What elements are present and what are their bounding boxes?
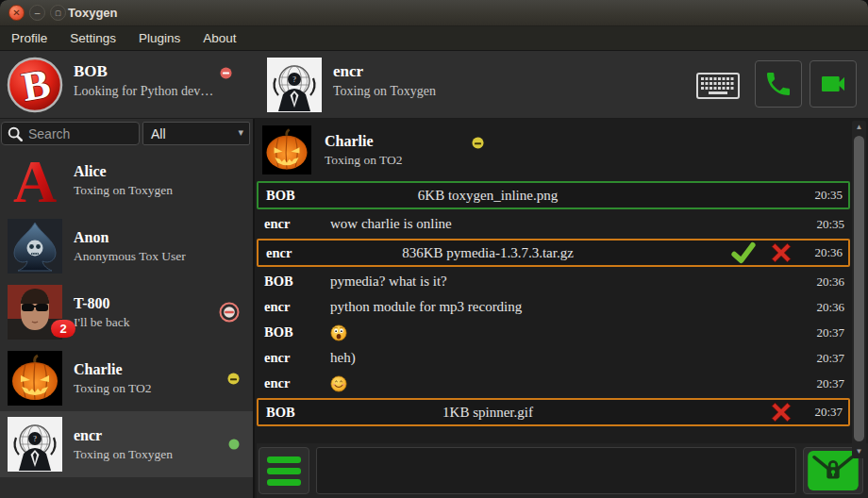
contact-item-encr[interactable]: ?encrToxing on Toxygen: [0, 411, 253, 477]
chevron-down-icon: ▾: [238, 126, 243, 139]
file-transfer-row: BOB1KB spinner.gif20:37: [257, 398, 850, 426]
chat-contact-banner[interactable]: Charlie Toxing on TO2: [257, 123, 850, 177]
keyboard-icon[interactable]: [696, 73, 740, 99]
file-transfer-row: encr836KB pymedia-1.3.7.3.tar.gz20:36: [257, 239, 850, 267]
message-time: 20:35: [803, 217, 850, 232]
message-sender: BOB: [259, 405, 332, 421]
message-row: encrheh)20:37: [257, 345, 850, 371]
video-call-button[interactable]: [810, 60, 857, 108]
message-sender: BOB: [257, 274, 330, 290]
self-profile[interactable]: B BOB Looking for Python dev…: [0, 51, 255, 119]
contact-status-message: Toxing on TO2: [74, 381, 227, 396]
composer: [257, 443, 868, 498]
message-input[interactable]: [316, 447, 796, 494]
contact-filter-dropdown[interactable]: All ▾: [142, 122, 250, 145]
scroll-thumb[interactable]: [854, 136, 864, 441]
menu-item-profile[interactable]: Profile: [0, 26, 58, 51]
status-status-icon: [227, 373, 240, 385]
message-text: pymedia? what is it?: [330, 274, 803, 290]
scroll-down-button[interactable]: ▼: [852, 445, 866, 458]
message-sender: encr: [259, 245, 332, 261]
message-sender: BOB: [257, 324, 330, 340]
smiley-icon: [330, 374, 803, 392]
contact-list: AAliceToxing on ToxygenAnonAnonymous Tox…: [0, 147, 253, 477]
menu-icon: [267, 456, 301, 463]
contact-name: Alice: [74, 162, 253, 180]
file-transfer-row: BOB6KB toxygen_inline.png20:35: [257, 181, 850, 209]
minimize-button[interactable]: –: [29, 5, 45, 21]
message-time: 20:36: [803, 274, 850, 290]
avatar: ?: [8, 417, 62, 472]
menu-item-settings[interactable]: Settings: [58, 26, 127, 51]
accept-file-button[interactable]: [731, 241, 756, 265]
toxygen-window: ✕ – ▢ Toxygen ProfileSettingsPluginsAbou…: [0, 0, 868, 498]
message-time: 20:35: [801, 188, 848, 203]
file-transfer-label: 1KB spinner.gif: [332, 405, 643, 421]
online-status-icon: [228, 439, 240, 450]
chat-header: ? encr Toxing on Toxygen: [255, 51, 868, 119]
menubar: ProfileSettingsPluginsAbout: [0, 26, 868, 51]
decline-file-button[interactable]: [769, 241, 793, 265]
chat-panel: Charlie Toxing on TO2 BOB6KB toxygen_inl…: [255, 119, 868, 498]
menu-item-plugins[interactable]: Plugins: [127, 26, 192, 51]
contact-status-message: I'll be back: [74, 315, 219, 330]
contact-item-t-800[interactable]: 2T-800I'll be back: [0, 279, 253, 345]
contact-name: encr: [74, 426, 228, 444]
close-icon: ✕: [12, 8, 20, 18]
banner-avatar: [262, 125, 311, 174]
away-status-icon: [472, 136, 485, 149]
message-row: BOB20:37: [257, 320, 850, 345]
file-transfer-label: 836KB pymedia-1.3.7.3.tar.gz: [332, 245, 643, 261]
top-row: B BOB Looking for Python dev… ? encr Tox…: [0, 51, 868, 119]
contact-item-alice[interactable]: AAliceToxing on Toxygen: [0, 147, 253, 213]
message-row: encrpython module for mp3 recording20:36: [257, 294, 850, 320]
message-sender: encr: [257, 299, 330, 315]
self-status-message: Looking for Python dev…: [74, 84, 213, 99]
message-row: encrwow charlie is online20:35: [257, 211, 850, 237]
smiley-icon: [330, 324, 803, 341]
menu-item-about[interactable]: About: [192, 26, 247, 51]
filter-value: All: [151, 126, 166, 141]
message-time: 20:37: [803, 325, 850, 340]
avatar: 2: [8, 285, 62, 340]
message-text: wow charlie is online: [330, 216, 803, 232]
maximize-button[interactable]: ▢: [50, 5, 66, 21]
message-time: 20:37: [803, 351, 850, 366]
audio-call-button[interactable]: [755, 60, 802, 108]
check-icon: [731, 241, 756, 265]
decline-file-button[interactable]: [769, 400, 793, 424]
sidebar: All ▾ AAliceToxing on ToxygenAnonAnonymo…: [0, 119, 255, 498]
message-time: 20:36: [801, 245, 848, 260]
x-icon: [769, 400, 793, 424]
close-button[interactable]: ✕: [8, 5, 25, 21]
busy-status-icon: [220, 66, 232, 78]
scroll-up-button[interactable]: ▲: [852, 121, 866, 134]
contact-name: Anon: [74, 228, 253, 246]
avatar: [8, 351, 62, 406]
contact-item-charlie[interactable]: CharlieToxing on TO2: [0, 345, 253, 411]
banner-name: Charlie: [325, 132, 403, 150]
message-sender: encr: [257, 216, 330, 232]
message-row: encr20:37: [257, 371, 850, 396]
contact-item-anon[interactable]: AnonAnonymous Tox User: [0, 213, 253, 279]
chat-peer-avatar: ?: [267, 58, 322, 112]
menu-button[interactable]: [259, 447, 309, 494]
svg-text:A: A: [13, 153, 57, 208]
contact-status-message: Toxing on Toxygen: [74, 183, 253, 198]
message-time: 20:37: [801, 405, 848, 420]
message-time: 20:36: [803, 300, 850, 315]
search-input[interactable]: [26, 124, 136, 143]
titlebar: ✕ – ▢ Toxygen: [0, 0, 868, 26]
contact-name: Charlie: [74, 360, 227, 378]
svg-text:?: ?: [292, 75, 296, 84]
maximize-icon: ▢: [55, 9, 61, 16]
contact-status-message: Toxing on Toxygen: [74, 447, 228, 462]
search-row: All ▾: [0, 119, 253, 147]
banner-status-message: Toxing on TO2: [325, 153, 403, 168]
contact-name: T-800: [74, 294, 219, 312]
scrollbar[interactable]: ▲ ▼: [852, 121, 866, 458]
x-icon: [769, 241, 793, 265]
message-text: python module for mp3 recording: [330, 299, 803, 315]
svg-text:?: ?: [33, 435, 37, 443]
message-sender: BOB: [259, 188, 332, 204]
